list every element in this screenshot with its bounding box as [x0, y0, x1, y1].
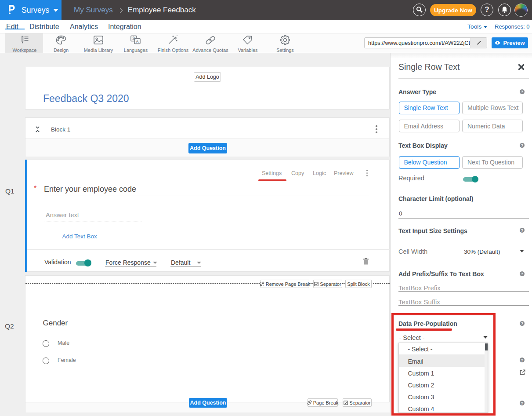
svg-text:A: A [136, 39, 138, 44]
svg-text:文: 文 [132, 36, 136, 40]
